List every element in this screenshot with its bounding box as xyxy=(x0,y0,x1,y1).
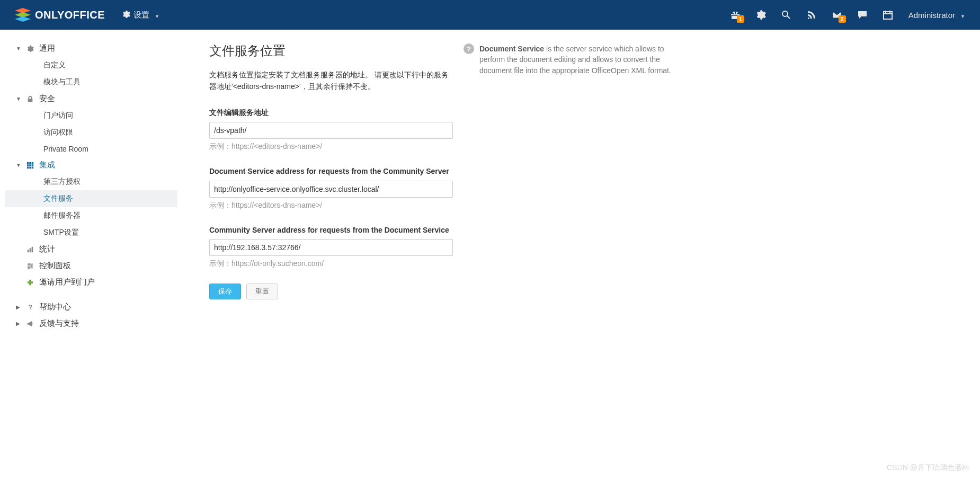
svg-rect-11 xyxy=(32,164,34,166)
sidebar-group-label: 通用 xyxy=(39,43,55,54)
sliders-icon xyxy=(26,262,34,270)
info-text: Document Service is the server service w… xyxy=(479,43,691,76)
megaphone-icon xyxy=(26,320,34,327)
caret-down-icon: ▼ xyxy=(16,46,21,51)
from-community-input[interactable] xyxy=(209,181,453,198)
sidebar-item-panel[interactable]: 控制面板 xyxy=(5,258,177,274)
question-icon: ? xyxy=(464,43,474,54)
svg-rect-9 xyxy=(27,164,29,166)
main-content: 文件服务位置 文档服务位置指定安装了文档服务服务器的地址。 请更改以下行中的服务… xyxy=(177,30,930,342)
sidebar-item-label: 反馈与支持 xyxy=(39,318,79,329)
svg-point-23 xyxy=(28,267,30,269)
search-icon[interactable] xyxy=(780,9,792,21)
sidebar-item-label: 帮助中心 xyxy=(39,302,71,312)
sidebar-group-label: 集成 xyxy=(39,160,55,170)
svg-rect-12 xyxy=(27,166,29,169)
sidebar-item-stats[interactable]: 统计 xyxy=(5,241,177,258)
plus-icon xyxy=(26,279,34,286)
chevron-down-icon xyxy=(958,11,965,20)
top-icons: 1 2 xyxy=(729,9,894,21)
svg-rect-7 xyxy=(29,162,31,164)
sidebar-item-label: 邀请用户到门户 xyxy=(39,277,95,287)
sidebar-item-feedback[interactable]: ▶ 反馈与支持 xyxy=(5,315,177,332)
sidebar-group-security[interactable]: ▼ 安全 xyxy=(5,91,177,107)
gear-icon xyxy=(122,10,130,20)
sidebar-group-label: 安全 xyxy=(39,94,55,104)
mail-badge: 2 xyxy=(839,15,846,23)
svg-rect-14 xyxy=(32,166,34,169)
svg-rect-6 xyxy=(27,162,29,164)
calendar-icon[interactable] xyxy=(882,9,894,21)
sidebar-item-portal[interactable]: 门户访问 xyxy=(5,107,177,124)
sidebar-group-integration[interactable]: ▼ 集成 xyxy=(5,157,177,173)
sidebar-item-private[interactable]: Private Room xyxy=(5,141,177,157)
field-hint: 示例：https://<editors-dns-name>/ xyxy=(209,142,453,152)
caret-down-icon: ▼ xyxy=(16,162,21,168)
lock-icon xyxy=(26,95,34,103)
user-label: Administrator xyxy=(908,11,955,20)
svg-point-19 xyxy=(29,263,31,265)
user-menu[interactable]: Administrator xyxy=(908,11,965,20)
info-bold: Document Service xyxy=(479,45,544,53)
sidebar-item-access[interactable]: 访问权限 xyxy=(5,124,177,141)
page-title: 文件服务位置 xyxy=(209,42,453,59)
sidebar-item-mailserver[interactable]: 邮件服务器 xyxy=(5,207,177,224)
sidebar-item-smtp[interactable]: SMTP设置 xyxy=(5,224,177,241)
svg-rect-2 xyxy=(884,12,892,19)
svg-rect-10 xyxy=(29,164,31,166)
svg-rect-15 xyxy=(28,250,29,252)
logo-icon xyxy=(15,8,31,22)
svg-rect-8 xyxy=(32,162,34,164)
question-icon: ? xyxy=(26,304,34,311)
svg-point-21 xyxy=(31,265,33,267)
caret-right-icon: ▶ xyxy=(16,321,21,326)
field-hint: 示例：https://ot-only.sucheon.com/ xyxy=(209,259,453,269)
settings-icon[interactable] xyxy=(755,9,767,21)
mail-icon[interactable]: 2 xyxy=(831,9,843,21)
caret-right-icon: ▶ xyxy=(16,304,21,310)
bars-icon xyxy=(26,246,34,253)
caret-down-icon: ▼ xyxy=(16,96,21,102)
svg-rect-13 xyxy=(29,166,31,169)
sidebar-item-custom[interactable]: 自定义 xyxy=(5,57,177,74)
sidebar-item-thirdparty[interactable]: 第三方授权 xyxy=(5,173,177,190)
chevron-down-icon xyxy=(153,11,159,20)
sidebar-item-modules[interactable]: 模块与工具 xyxy=(5,74,177,91)
top-bar: ONLYOFFICE 设置 1 2 Administrato xyxy=(0,0,980,30)
page-description: 文档服务位置指定安装了文档服务服务器的地址。 请更改以下行中的服务器地址'<ed… xyxy=(209,69,453,93)
gift-icon[interactable]: 1 xyxy=(729,9,741,21)
sidebar: ▼ 通用 自定义 模块与工具 ▼ 安全 门户访问 访问权限 Private Ro… xyxy=(0,30,177,342)
reset-button[interactable]: 重置 xyxy=(246,284,278,299)
gear-icon xyxy=(26,45,34,52)
logo[interactable]: ONLYOFFICE xyxy=(15,8,105,22)
field-label-editing: 文件编辑服务地址 xyxy=(209,108,453,118)
sidebar-item-help[interactable]: ▶ ? 帮助中心 xyxy=(5,299,177,315)
sidebar-item-invite[interactable]: 邀请用户到门户 xyxy=(5,274,177,290)
svg-text:?: ? xyxy=(29,304,32,311)
save-button[interactable]: 保存 xyxy=(209,284,241,299)
field-label-from-community: Document Service address for requests fr… xyxy=(209,166,453,176)
field-label-from-docservice: Community Server address for requests fr… xyxy=(209,225,453,235)
field-hint: 示例：https://<editors-dns-name>/ xyxy=(209,201,453,210)
gift-badge: 1 xyxy=(737,15,744,23)
logo-text: ONLYOFFICE xyxy=(35,9,105,21)
from-docservice-input[interactable] xyxy=(209,239,453,256)
info-panel: ? Document Service is the server service… xyxy=(464,42,691,76)
settings-label: 设置 xyxy=(133,10,149,20)
svg-rect-16 xyxy=(30,248,31,252)
svg-point-0 xyxy=(782,11,788,16)
feed-icon[interactable] xyxy=(806,9,817,21)
sidebar-item-docservice[interactable]: 文件服务 xyxy=(5,190,177,207)
grid-icon xyxy=(26,162,34,169)
chat-icon[interactable] xyxy=(857,9,868,21)
svg-line-1 xyxy=(787,16,790,19)
sidebar-group-general[interactable]: ▼ 通用 xyxy=(5,40,177,57)
sidebar-item-label: 统计 xyxy=(39,244,55,254)
settings-menu[interactable]: 设置 xyxy=(122,10,159,20)
editing-address-input[interactable] xyxy=(209,122,453,139)
svg-rect-17 xyxy=(32,246,33,252)
sidebar-item-label: 控制面板 xyxy=(39,261,71,271)
